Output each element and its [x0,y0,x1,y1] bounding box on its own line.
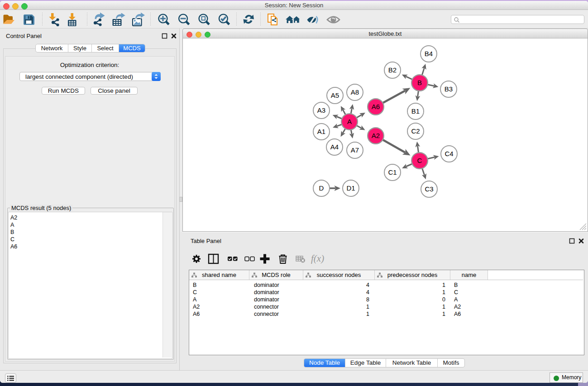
svg-text:A1: A1 [317,128,325,135]
svg-text:A3: A3 [317,106,325,114]
svg-text:C2: C2 [411,127,420,135]
svg-text:A7: A7 [351,146,359,154]
svg-text:C1: C1 [388,168,397,176]
svg-text:A8: A8 [351,88,359,96]
svg-text:A: A [347,118,352,125]
svg-text:A2: A2 [372,132,380,139]
svg-text:C4: C4 [445,150,453,157]
svg-text:B: B [417,79,422,86]
svg-text:f(x): f(x) [311,253,324,264]
svg-text:A4: A4 [330,143,339,151]
svg-text:A6: A6 [372,103,380,110]
svg-text:C: C [417,157,422,164]
svg-text:A5: A5 [331,91,339,99]
svg-text:D1: D1 [346,184,355,192]
svg-text:D: D [319,184,324,192]
svg-text:B4: B4 [425,50,433,57]
svg-text:B2: B2 [388,66,397,74]
svg-text:B3: B3 [445,85,453,93]
svg-text:B1: B1 [411,107,420,115]
svg-text:C3: C3 [425,185,433,193]
